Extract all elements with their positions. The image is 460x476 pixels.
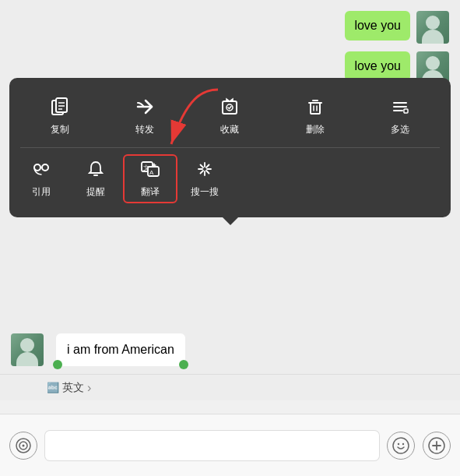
svg-rect-1 — [56, 98, 67, 112]
svg-rect-15 — [404, 109, 408, 113]
menu-item-delete-label: 删除 — [306, 123, 325, 136]
svg-line-30 — [201, 171, 204, 174]
dot-left — [53, 360, 62, 369]
message-row-1: love you — [11, 11, 449, 44]
message-bubble-incoming: i am from American — [56, 333, 185, 366]
quote-icon — [31, 159, 51, 182]
multiselect-icon — [390, 97, 410, 120]
svg-point-34 — [23, 444, 25, 446]
context-menu-row2: 引用 提醒 文 A — [9, 154, 451, 203]
dot-right — [179, 360, 188, 369]
voice-icon — [16, 438, 31, 453]
context-menu-row1: 复制 转发 — [9, 89, 451, 144]
menu-item-search-label: 搜一搜 — [191, 185, 219, 199]
menu-item-multiselect[interactable]: 多选 — [377, 92, 423, 141]
delete-icon — [305, 97, 325, 120]
menu-item-forward[interactable]: 转发 — [121, 92, 168, 141]
context-menu-pointer — [223, 217, 238, 225]
menu-item-copy[interactable]: 复制 — [37, 92, 83, 141]
menu-item-forward-label: 转发 — [135, 123, 154, 136]
emoji-icon — [392, 437, 409, 454]
chevron-right-icon: › — [87, 381, 91, 395]
menu-item-collect-label: 收藏 — [220, 123, 239, 136]
menu-item-search[interactable]: 搜一搜 — [177, 154, 232, 203]
search-icon — [195, 159, 215, 182]
svg-rect-7 — [311, 103, 320, 114]
avatar-1 — [416, 11, 449, 44]
forward-icon — [135, 97, 155, 120]
translate-icon: 文 A — [140, 159, 160, 182]
svg-point-37 — [402, 443, 404, 444]
svg-text:A: A — [149, 169, 154, 176]
copy-icon — [50, 97, 70, 120]
menu-item-copy-label: 复制 — [51, 123, 69, 136]
message-bubble-2: love you — [345, 51, 410, 81]
emoji-button[interactable] — [387, 432, 415, 460]
message-input[interactable] — [45, 431, 379, 460]
translation-lang-label[interactable]: 英文 — [62, 381, 84, 395]
svg-point-36 — [398, 443, 399, 444]
collect-icon — [219, 97, 240, 120]
svg-point-17 — [42, 164, 48, 171]
svg-line-28 — [206, 171, 209, 174]
menu-item-translate[interactable]: 文 A 翻译 — [123, 154, 177, 203]
menu-item-remind[interactable]: 提醒 — [68, 154, 123, 203]
chat-area: love you love you 复制 — [0, 0, 460, 374]
bottom-toolbar — [0, 414, 460, 476]
voice-button[interactable] — [9, 432, 37, 460]
menu-item-quote[interactable]: 引用 — [14, 154, 68, 203]
menu-item-remind-label: 提醒 — [86, 185, 105, 199]
svg-line-27 — [201, 165, 204, 168]
remind-icon — [86, 159, 106, 182]
menu-item-translate-label: 翻译 — [141, 185, 160, 199]
add-button[interactable] — [423, 432, 451, 460]
svg-line-29 — [206, 165, 209, 168]
translation-lang-icon: 🔤 — [47, 382, 59, 393]
message-bubble-1: love you — [345, 11, 410, 41]
menu-item-multiselect-label: 多选 — [391, 123, 409, 136]
menu-item-quote-label: 引用 — [32, 185, 51, 199]
avatar-incoming — [11, 333, 44, 366]
svg-point-35 — [393, 438, 409, 453]
menu-item-collect[interactable]: 收藏 — [206, 92, 253, 141]
menu-item-delete[interactable]: 删除 — [292, 92, 339, 141]
context-menu: 复制 转发 — [9, 78, 451, 217]
add-icon — [428, 437, 445, 454]
